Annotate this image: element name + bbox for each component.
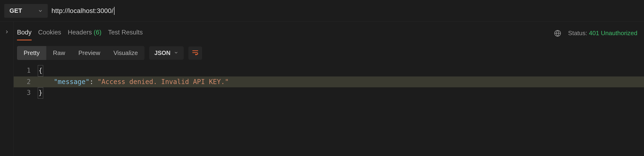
wrap-icon (192, 49, 199, 57)
json-key: "message" (54, 78, 90, 86)
line-number: 2 (14, 76, 37, 87)
view-mode-visualize[interactable]: Visualize (107, 46, 144, 60)
code-content: } (37, 87, 644, 99)
globe-icon[interactable] (554, 30, 561, 37)
view-modes-row: Pretty Raw Preview Visualize JSON (14, 40, 644, 65)
view-mode-segmented: Pretty Raw Preview Visualize (17, 46, 144, 60)
status-value: 401 Unauthorized (589, 30, 638, 36)
tab-headers[interactable]: Headers (6) (68, 26, 102, 40)
brace-close: } (38, 87, 43, 99)
panel-collapse-gutter[interactable] (0, 22, 14, 156)
request-url-text: http://localhost:3000/ (52, 7, 114, 15)
body-format-select[interactable]: JSON (149, 46, 184, 60)
view-mode-pretty[interactable]: Pretty (17, 46, 46, 60)
headers-count: (6) (94, 29, 102, 36)
json-string: "Access denied. Invalid API KEY." (98, 78, 229, 86)
response-panel: Body Cookies Headers (6) Test Results (0, 22, 644, 156)
code-content: "message": "Access denied. Invalid API K… (37, 76, 644, 87)
code-line: 3 } (14, 87, 644, 99)
http-method-select[interactable]: GET (4, 4, 48, 18)
view-mode-raw[interactable]: Raw (46, 46, 72, 60)
code-line: 1 { (14, 65, 644, 76)
status-text: Status: 401 Unauthorized (568, 30, 638, 37)
request-bar: GET http://localhost:3000/ (0, 0, 644, 22)
chevron-down-icon (174, 50, 178, 56)
text-caret (114, 7, 114, 15)
tab-cookies[interactable]: Cookies (38, 26, 62, 40)
wrap-lines-button[interactable] (188, 46, 202, 60)
response-body-code[interactable]: 1 { 2 "message": "Access denied. Invalid… (14, 65, 644, 99)
body-format-label: JSON (154, 50, 170, 56)
tab-body[interactable]: Body (17, 26, 32, 40)
response-status-area: Status: 401 Unauthorized (554, 30, 638, 37)
code-line: 2 "message": "Access denied. Invalid API… (14, 76, 644, 87)
brace-open: { (38, 65, 43, 76)
status-label: Status: (568, 30, 587, 36)
response-tabs-row: Body Cookies Headers (6) Test Results (14, 22, 644, 40)
chevron-right-icon (4, 29, 10, 156)
request-url-input[interactable]: http://localhost:3000/ (52, 4, 640, 18)
chevron-down-icon (38, 8, 43, 14)
http-method-label: GET (10, 7, 22, 14)
view-mode-preview[interactable]: Preview (72, 46, 107, 60)
line-number: 1 (14, 65, 37, 76)
line-number: 3 (14, 87, 37, 99)
response-main: Body Cookies Headers (6) Test Results (14, 22, 644, 156)
tab-test-results[interactable]: Test Results (108, 26, 143, 40)
response-tabs: Body Cookies Headers (6) Test Results (17, 26, 143, 40)
tab-headers-label: Headers (68, 29, 92, 36)
code-content: { (37, 65, 644, 76)
